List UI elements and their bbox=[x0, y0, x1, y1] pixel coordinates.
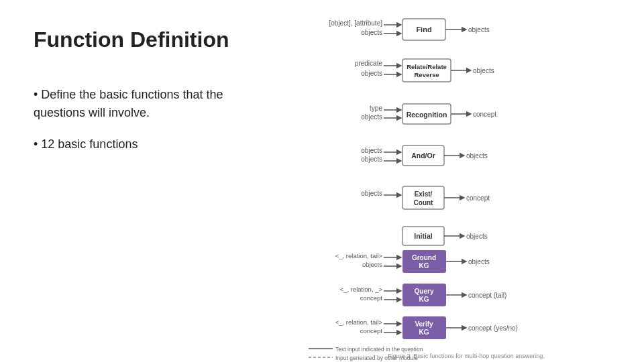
svg-text:concept (yes/no): concept (yes/no) bbox=[468, 324, 518, 332]
svg-text:<_, relation, tail>: <_, relation, tail> bbox=[335, 318, 383, 326]
slide-title: Function Definition bbox=[34, 27, 268, 52]
svg-text:concept: concept bbox=[360, 294, 383, 302]
svg-text:KG: KG bbox=[419, 296, 429, 303]
svg-text:Recognition: Recognition bbox=[407, 111, 447, 119]
svg-text:<_, relation, _>: <_, relation, _> bbox=[340, 286, 383, 293]
svg-text:Ground: Ground bbox=[412, 254, 436, 261]
svg-text:Find: Find bbox=[416, 25, 431, 34]
svg-text:objects: objects bbox=[361, 29, 382, 36]
svg-text:objects: objects bbox=[468, 258, 490, 265]
svg-text:objects: objects bbox=[361, 147, 382, 154]
svg-text:[object], [attribute]: [object], [attribute] bbox=[329, 19, 383, 27]
bullet-2: • 12 basic functions bbox=[34, 135, 268, 154]
figure-caption: Figure 2: Basic functions for multi-hop … bbox=[288, 353, 644, 359]
svg-text:concept (tail): concept (tail) bbox=[468, 292, 506, 299]
svg-text:Query: Query bbox=[415, 288, 434, 295]
svg-text:objects: objects bbox=[361, 156, 382, 163]
svg-text:concept: concept bbox=[473, 111, 496, 118]
svg-text:Initial: Initial bbox=[414, 232, 433, 240]
svg-text:objects: objects bbox=[466, 152, 488, 160]
svg-text:objects: objects bbox=[361, 190, 382, 197]
svg-text:KG: KG bbox=[419, 328, 429, 336]
svg-text:objects: objects bbox=[361, 113, 382, 121]
diagram-svg: [object], [attribute] objects Find objec… bbox=[302, 7, 624, 362]
right-panel: [object], [attribute] objects Find objec… bbox=[288, 0, 644, 362]
svg-text:Count: Count bbox=[414, 199, 434, 206]
svg-text:objects: objects bbox=[361, 70, 382, 77]
svg-text:objects: objects bbox=[468, 26, 490, 34]
svg-text:Text input indicated in the qu: Text input indicated in the question bbox=[335, 346, 423, 353]
svg-text:Verify: Verify bbox=[415, 320, 433, 328]
slide: Function Definition • Define the basic f… bbox=[0, 0, 644, 362]
left-panel: Function Definition • Define the basic f… bbox=[0, 0, 288, 362]
svg-text:Reverse: Reverse bbox=[415, 71, 439, 78]
svg-text:concept: concept bbox=[360, 327, 383, 335]
svg-text:<_, relation, tail>: <_, relation, tail> bbox=[335, 252, 383, 259]
svg-text:predicate: predicate bbox=[355, 60, 383, 67]
bullet-1: • Define the basic functions that the qu… bbox=[34, 86, 268, 122]
svg-text:type: type bbox=[370, 105, 382, 112]
svg-text:KG: KG bbox=[419, 262, 429, 269]
svg-text:And/Or: And/Or bbox=[411, 152, 435, 160]
svg-text:objects: objects bbox=[473, 67, 494, 74]
svg-text:Exist/: Exist/ bbox=[415, 190, 433, 198]
svg-text:Relate/Relate: Relate/Relate bbox=[407, 63, 447, 70]
svg-text:objects: objects bbox=[466, 233, 488, 240]
svg-text:objects: objects bbox=[362, 261, 382, 268]
svg-text:concept: concept bbox=[466, 194, 490, 202]
bullet-points: • Define the basic functions that the qu… bbox=[34, 86, 268, 167]
